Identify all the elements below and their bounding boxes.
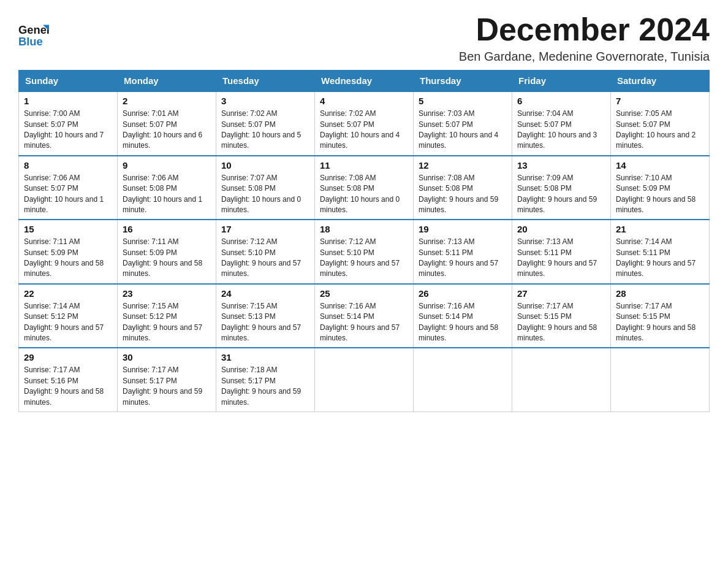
day-info: Sunrise: 7:08 AMSunset: 5:08 PMDaylight:… bbox=[320, 173, 408, 216]
day-number: 22 bbox=[24, 288, 112, 299]
day-info: Sunrise: 7:02 AMSunset: 5:07 PMDaylight:… bbox=[221, 109, 309, 151]
day-header-friday: Friday bbox=[512, 71, 611, 92]
day-info: Sunrise: 7:12 AMSunset: 5:10 PMDaylight:… bbox=[320, 237, 408, 280]
day-info: Sunrise: 7:17 AMSunset: 5:17 PMDaylight:… bbox=[123, 365, 211, 408]
day-info: Sunrise: 7:16 AMSunset: 5:14 PMDaylight:… bbox=[419, 301, 507, 344]
day-cell-30: 30 Sunrise: 7:17 AMSunset: 5:17 PMDaylig… bbox=[118, 348, 216, 412]
day-number: 4 bbox=[320, 96, 408, 106]
day-number: 5 bbox=[419, 96, 507, 106]
day-info: Sunrise: 7:17 AMSunset: 5:15 PMDaylight:… bbox=[616, 301, 704, 344]
week-row-1: 1 Sunrise: 7:00 AMSunset: 5:07 PMDayligh… bbox=[19, 91, 710, 156]
week-row-5: 29 Sunrise: 7:17 AMSunset: 5:16 PMDaylig… bbox=[19, 348, 710, 412]
day-cell-19: 19 Sunrise: 7:13 AMSunset: 5:11 PMDaylig… bbox=[414, 220, 512, 284]
day-number: 17 bbox=[221, 224, 309, 234]
title-section: December 2024 Ben Gardane, Medenine Gove… bbox=[459, 12, 710, 64]
page-header: General Blue December 2024 Ben Gardane, … bbox=[18, 12, 710, 64]
day-cell-22: 22 Sunrise: 7:14 AMSunset: 5:12 PMDaylig… bbox=[19, 284, 118, 348]
day-number: 24 bbox=[221, 288, 309, 299]
empty-cell bbox=[315, 348, 414, 412]
day-cell-18: 18 Sunrise: 7:12 AMSunset: 5:10 PMDaylig… bbox=[315, 220, 414, 284]
day-cell-14: 14 Sunrise: 7:10 AMSunset: 5:09 PMDaylig… bbox=[611, 156, 710, 220]
day-number: 25 bbox=[320, 288, 408, 299]
day-cell-9: 9 Sunrise: 7:06 AMSunset: 5:08 PMDayligh… bbox=[118, 156, 216, 220]
day-number: 9 bbox=[123, 160, 211, 170]
week-row-4: 22 Sunrise: 7:14 AMSunset: 5:12 PMDaylig… bbox=[19, 284, 710, 348]
day-cell-4: 4 Sunrise: 7:02 AMSunset: 5:07 PMDayligh… bbox=[315, 91, 414, 156]
day-cell-20: 20 Sunrise: 7:13 AMSunset: 5:11 PMDaylig… bbox=[512, 220, 611, 284]
day-cell-26: 26 Sunrise: 7:16 AMSunset: 5:14 PMDaylig… bbox=[414, 284, 512, 348]
day-number: 12 bbox=[419, 160, 507, 170]
day-number: 18 bbox=[320, 224, 408, 234]
empty-cell bbox=[414, 348, 512, 412]
day-cell-21: 21 Sunrise: 7:14 AMSunset: 5:11 PMDaylig… bbox=[611, 220, 710, 284]
day-number: 16 bbox=[123, 224, 211, 234]
week-row-2: 8 Sunrise: 7:06 AMSunset: 5:07 PMDayligh… bbox=[19, 156, 710, 220]
day-number: 27 bbox=[517, 288, 605, 299]
day-info: Sunrise: 7:17 AMSunset: 5:16 PMDaylight:… bbox=[24, 365, 112, 408]
day-info: Sunrise: 7:16 AMSunset: 5:14 PMDaylight:… bbox=[320, 301, 408, 344]
day-info: Sunrise: 7:18 AMSunset: 5:17 PMDaylight:… bbox=[221, 365, 309, 408]
day-info: Sunrise: 7:15 AMSunset: 5:13 PMDaylight:… bbox=[221, 301, 309, 344]
day-cell-27: 27 Sunrise: 7:17 AMSunset: 5:15 PMDaylig… bbox=[512, 284, 611, 348]
day-number: 6 bbox=[517, 96, 605, 106]
day-cell-12: 12 Sunrise: 7:08 AMSunset: 5:08 PMDaylig… bbox=[414, 156, 512, 220]
day-header-saturday: Saturday bbox=[611, 71, 710, 92]
empty-cell bbox=[512, 348, 611, 412]
day-number: 2 bbox=[123, 96, 211, 106]
day-info: Sunrise: 7:08 AMSunset: 5:08 PMDaylight:… bbox=[419, 173, 507, 216]
day-number: 15 bbox=[24, 224, 112, 234]
day-number: 30 bbox=[123, 352, 211, 362]
day-info: Sunrise: 7:11 AMSunset: 5:09 PMDaylight:… bbox=[24, 237, 112, 280]
day-cell-17: 17 Sunrise: 7:12 AMSunset: 5:10 PMDaylig… bbox=[216, 220, 315, 284]
days-header-row: SundayMondayTuesdayWednesdayThursdayFrid… bbox=[19, 71, 710, 92]
day-info: Sunrise: 7:06 AMSunset: 5:08 PMDaylight:… bbox=[123, 173, 211, 216]
day-info: Sunrise: 7:11 AMSunset: 5:09 PMDaylight:… bbox=[123, 237, 211, 280]
day-number: 10 bbox=[221, 160, 309, 170]
day-info: Sunrise: 7:13 AMSunset: 5:11 PMDaylight:… bbox=[517, 237, 605, 280]
day-number: 3 bbox=[221, 96, 309, 106]
day-number: 29 bbox=[24, 352, 112, 362]
day-header-monday: Monday bbox=[118, 71, 216, 92]
day-cell-1: 1 Sunrise: 7:00 AMSunset: 5:07 PMDayligh… bbox=[19, 91, 118, 156]
empty-cell bbox=[611, 348, 710, 412]
day-info: Sunrise: 7:13 AMSunset: 5:11 PMDaylight:… bbox=[419, 237, 507, 280]
day-cell-29: 29 Sunrise: 7:17 AMSunset: 5:16 PMDaylig… bbox=[19, 348, 118, 412]
day-cell-5: 5 Sunrise: 7:03 AMSunset: 5:07 PMDayligh… bbox=[414, 91, 512, 156]
day-number: 7 bbox=[616, 96, 704, 106]
day-header-sunday: Sunday bbox=[19, 71, 118, 92]
day-number: 13 bbox=[517, 160, 605, 170]
day-cell-23: 23 Sunrise: 7:15 AMSunset: 5:12 PMDaylig… bbox=[118, 284, 216, 348]
calendar-table: SundayMondayTuesdayWednesdayThursdayFrid… bbox=[18, 70, 710, 412]
day-info: Sunrise: 7:02 AMSunset: 5:07 PMDaylight:… bbox=[320, 109, 408, 151]
day-cell-10: 10 Sunrise: 7:07 AMSunset: 5:08 PMDaylig… bbox=[216, 156, 315, 220]
day-info: Sunrise: 7:14 AMSunset: 5:11 PMDaylight:… bbox=[616, 237, 704, 280]
day-number: 28 bbox=[616, 288, 704, 299]
day-cell-8: 8 Sunrise: 7:06 AMSunset: 5:07 PMDayligh… bbox=[19, 156, 118, 220]
day-cell-24: 24 Sunrise: 7:15 AMSunset: 5:13 PMDaylig… bbox=[216, 284, 315, 348]
day-cell-7: 7 Sunrise: 7:05 AMSunset: 5:07 PMDayligh… bbox=[611, 91, 710, 156]
day-cell-11: 11 Sunrise: 7:08 AMSunset: 5:08 PMDaylig… bbox=[315, 156, 414, 220]
logo: General Blue bbox=[18, 18, 51, 49]
day-info: Sunrise: 7:00 AMSunset: 5:07 PMDaylight:… bbox=[24, 109, 112, 151]
day-number: 11 bbox=[320, 160, 408, 170]
day-info: Sunrise: 7:04 AMSunset: 5:07 PMDaylight:… bbox=[517, 109, 605, 151]
day-cell-3: 3 Sunrise: 7:02 AMSunset: 5:07 PMDayligh… bbox=[216, 91, 315, 156]
day-cell-2: 2 Sunrise: 7:01 AMSunset: 5:07 PMDayligh… bbox=[118, 91, 216, 156]
location-subtitle: Ben Gardane, Medenine Governorate, Tunis… bbox=[459, 50, 710, 64]
day-header-thursday: Thursday bbox=[414, 71, 512, 92]
svg-text:Blue: Blue bbox=[18, 35, 43, 48]
day-number: 26 bbox=[419, 288, 507, 299]
day-cell-16: 16 Sunrise: 7:11 AMSunset: 5:09 PMDaylig… bbox=[118, 220, 216, 284]
day-number: 19 bbox=[419, 224, 507, 234]
day-header-wednesday: Wednesday bbox=[315, 71, 414, 92]
day-info: Sunrise: 7:15 AMSunset: 5:12 PMDaylight:… bbox=[123, 301, 211, 344]
day-info: Sunrise: 7:06 AMSunset: 5:07 PMDaylight:… bbox=[24, 173, 112, 216]
day-cell-28: 28 Sunrise: 7:17 AMSunset: 5:15 PMDaylig… bbox=[611, 284, 710, 348]
day-number: 14 bbox=[616, 160, 704, 170]
week-row-3: 15 Sunrise: 7:11 AMSunset: 5:09 PMDaylig… bbox=[19, 220, 710, 284]
day-info: Sunrise: 7:12 AMSunset: 5:10 PMDaylight:… bbox=[221, 237, 309, 280]
day-cell-25: 25 Sunrise: 7:16 AMSunset: 5:14 PMDaylig… bbox=[315, 284, 414, 348]
day-cell-6: 6 Sunrise: 7:04 AMSunset: 5:07 PMDayligh… bbox=[512, 91, 611, 156]
day-cell-15: 15 Sunrise: 7:11 AMSunset: 5:09 PMDaylig… bbox=[19, 220, 118, 284]
day-info: Sunrise: 7:14 AMSunset: 5:12 PMDaylight:… bbox=[24, 301, 112, 344]
